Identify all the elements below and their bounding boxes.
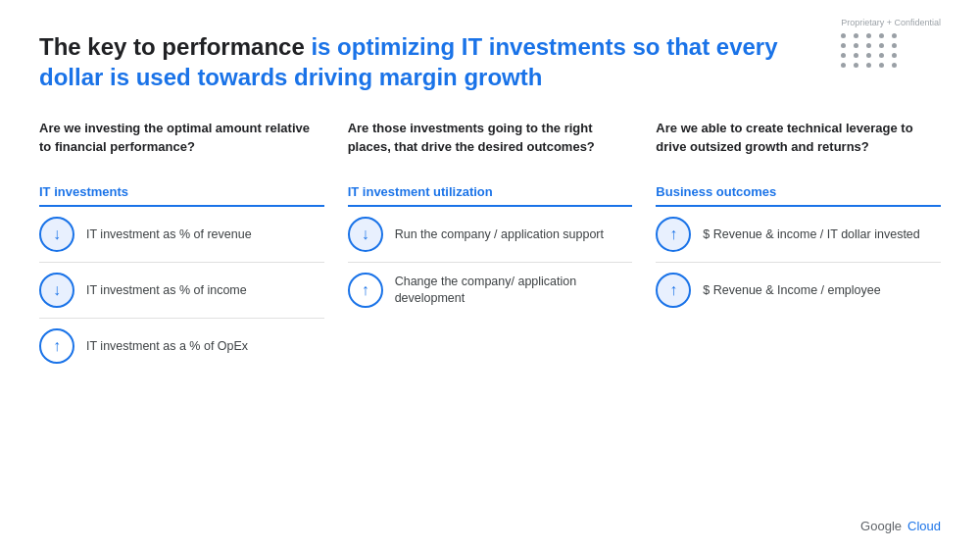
arrow-up-icon-1: [39, 328, 74, 364]
cloud-logo-text: Cloud: [907, 519, 941, 533]
metric-text-6: $ Revenue & income / IT dollar invested: [703, 226, 919, 244]
arrow-down-icon-2: [39, 273, 74, 308]
metric-row: IT investment as % of revenue: [39, 207, 324, 263]
metric-text-3: IT investment as a % of OpEx: [86, 338, 248, 356]
page-title: The key to performance is optimizing IT …: [39, 31, 804, 92]
google-logo-text: Google: [860, 519, 902, 533]
dots-decoration: [841, 33, 941, 68]
metric-text-1: IT investment as % of revenue: [86, 226, 252, 244]
question-1: Are we investing the optimal amount rela…: [39, 120, 324, 173]
column-it-utilization: Are those investments going to the right…: [348, 120, 657, 374]
title-black: The key to performance: [39, 33, 311, 60]
metric-text-5: Change the company/ application developm…: [395, 274, 633, 308]
metric-row: $ Revenue & Income / employee: [656, 263, 941, 318]
label-3: Business outcomes: [656, 184, 941, 207]
metric-row: IT investment as % of income: [39, 263, 324, 319]
arrow-up-icon-4: [656, 273, 691, 308]
column-business-outcomes: Are we able to create technical leverage…: [656, 120, 941, 374]
metric-text-4: Run the company / application support: [395, 226, 604, 244]
main-columns: Are we investing the optimal amount rela…: [39, 120, 941, 374]
proprietary-label: Proprietary + Confidential: [841, 18, 941, 27]
label-2: IT investment utilization: [348, 184, 633, 207]
metric-row: IT investment as a % of OpEx: [39, 319, 324, 374]
metric-row: Run the company / application support: [348, 207, 633, 263]
arrow-down-icon-3: [348, 217, 383, 252]
google-cloud-logo: Google Cloud: [860, 519, 941, 533]
arrow-up-icon-3: [656, 217, 691, 252]
proprietary-section: Proprietary + Confidential: [841, 18, 941, 68]
metric-text-2: IT investment as % of income: [86, 282, 247, 300]
label-1: IT investments: [39, 184, 324, 207]
metric-text-7: $ Revenue & Income / employee: [703, 282, 880, 300]
question-3: Are we able to create technical leverage…: [656, 120, 941, 173]
column-it-investments: Are we investing the optimal amount rela…: [39, 120, 348, 374]
arrow-up-icon-2: [348, 273, 383, 308]
page-header: The key to performance is optimizing IT …: [39, 31, 804, 92]
arrow-down-icon-1: [39, 217, 74, 252]
metric-row: Change the company/ application developm…: [348, 263, 633, 318]
metric-row: $ Revenue & income / IT dollar invested: [656, 207, 941, 263]
question-2: Are those investments going to the right…: [348, 120, 633, 173]
